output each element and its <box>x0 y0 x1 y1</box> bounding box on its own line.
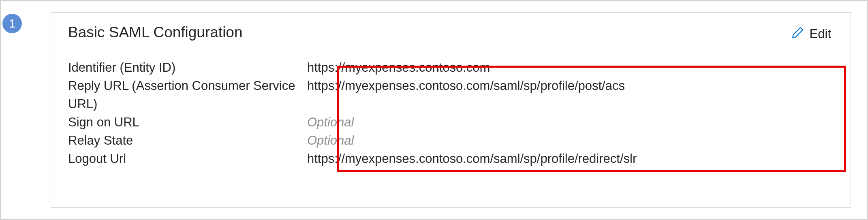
sign-on-url-label: Sign on URL <box>68 113 307 132</box>
config-row: Sign on URL Optional <box>68 113 834 132</box>
identifier-value: https://myexpenses.contoso.com <box>307 59 834 77</box>
config-rows: Identifier (Entity ID) https://myexpense… <box>68 59 834 168</box>
identifier-label: Identifier (Entity ID) <box>68 59 307 77</box>
config-row: Relay State Optional <box>68 132 834 150</box>
sign-on-url-value: Optional <box>307 113 834 132</box>
config-row: Reply URL (Assertion Consumer Service UR… <box>68 77 834 113</box>
config-row: Logout Url https://myexpenses.contoso.co… <box>68 150 834 168</box>
edit-button[interactable]: Edit <box>788 24 834 44</box>
card-title: Basic SAML Configuration <box>68 24 243 41</box>
card-header: Basic SAML Configuration Edit <box>68 24 834 44</box>
edit-button-label: Edit <box>810 27 831 41</box>
logout-url-label: Logout Url <box>68 150 307 168</box>
config-row: Identifier (Entity ID) https://myexpense… <box>68 59 834 77</box>
step-number-badge: 1 <box>2 14 22 33</box>
pencil-icon <box>791 26 805 43</box>
logout-url-value: https://myexpenses.contoso.com/saml/sp/p… <box>307 150 834 168</box>
relay-state-value: Optional <box>307 132 834 150</box>
step-container: 1 Basic SAML Configuration Edit Identifi… <box>0 0 868 220</box>
reply-url-label: Reply URL (Assertion Consumer Service UR… <box>68 77 307 113</box>
step-number-text: 1 <box>9 17 16 30</box>
saml-config-card: Basic SAML Configuration Edit Identifier… <box>51 12 851 208</box>
reply-url-value: https://myexpenses.contoso.com/saml/sp/p… <box>307 77 834 95</box>
relay-state-label: Relay State <box>68 132 307 150</box>
